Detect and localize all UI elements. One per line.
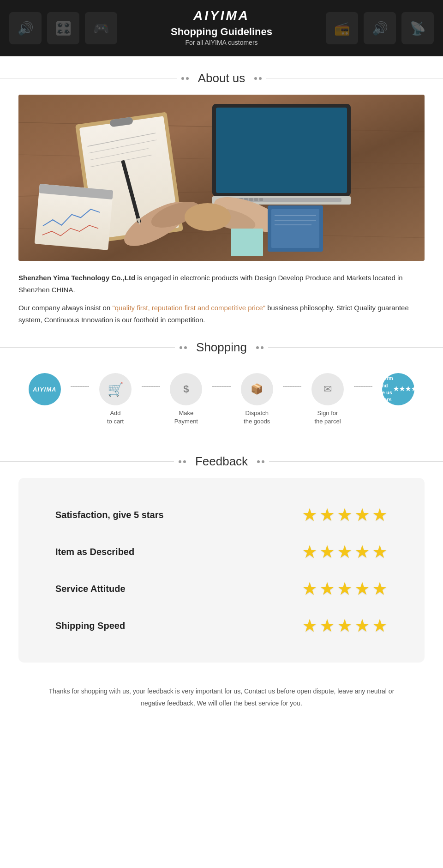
feedback-label-shipping: Shipping Speed [55,621,125,631]
star-2: ★ [319,579,335,599]
star-5: ★ [372,505,388,525]
stars-satisfaction: ★ ★ ★ ★ ★ [302,505,388,525]
about-text-block: Shenzhen Yima Technology Co.,Ltd is enga… [18,272,425,326]
star-5: ★ [372,615,388,636]
star-4: ★ [354,505,370,525]
step-confirm: Confirm andgive us 5 stars★★★★★ [372,373,425,409]
step-connector-1 [71,373,89,387]
step-dispatch: 📦 Dispatchthe goods [231,373,283,426]
feedback-row-service: Service Attitude ★ ★ ★ ★ ★ [55,570,388,607]
star-3: ★ [337,542,353,562]
brand-name: AIYIMA [9,8,434,23]
feedback-label-described: Item as Described [55,547,134,557]
about-paragraph2-prefix: Our company always insist on [18,304,112,312]
feedback-row-satisfaction: Satisfaction, give 5 stars ★ ★ ★ ★ ★ [55,496,388,533]
star-5: ★ [372,542,388,562]
step-sign-circle: ✉ [311,373,344,405]
about-quote: "quality first, reputation first and com… [112,304,265,312]
about-image [18,95,425,261]
star-3: ★ [337,505,353,525]
star-2: ★ [319,505,335,525]
about-section-divider: About us [0,71,443,85]
step-payment-circle: $ [170,373,202,405]
header: 🔊 🎛️ 🎮 📻 🔊 📡 AIYIMA Shopping Guidelines … [0,0,443,56]
feedback-card: Satisfaction, give 5 stars ★ ★ ★ ★ ★ Ite… [18,478,425,663]
star-1: ★ [302,542,317,562]
star-4: ★ [354,615,370,636]
star-4: ★ [354,579,370,599]
star-3: ★ [337,615,353,636]
star-5: ★ [372,579,388,599]
feedback-label-service: Service Attitude [55,584,126,594]
step-cart-label: Addto cart [107,409,124,426]
feedback-row-described: Item as Described ★ ★ ★ ★ ★ [55,533,388,570]
shopping-section-title: Shopping [192,340,251,355]
step-payment: $ MakePayment [160,373,212,426]
feedback-label-satisfaction: Satisfaction, give 5 stars [55,510,164,520]
step-connector-3 [212,373,231,387]
stars-described: ★ ★ ★ ★ ★ [302,542,388,562]
shopping-steps: AIYIMA 🛒 Addto cart $ MakePayment 📦 Disp… [0,364,443,440]
header-title: Shopping Guidelines [9,26,434,38]
step-connector-5 [354,373,372,387]
star-3: ★ [337,579,353,599]
step-cart: 🛒 Addto cart [89,373,141,426]
step-connector-2 [142,373,160,387]
svg-rect-32 [271,209,319,248]
svg-rect-7 [216,108,347,193]
step-confirm-circle: Confirm andgive us 5 stars★★★★★ [382,373,414,405]
feedback-section-divider: Feedback [0,454,443,469]
svg-point-29 [185,203,231,231]
step-dispatch-label: Dispatchthe goods [244,409,270,426]
step-payment-label: MakePayment [174,409,198,426]
star-1: ★ [302,505,317,525]
svg-rect-15 [249,198,253,201]
star-4: ★ [354,542,370,562]
star-1: ★ [302,579,317,599]
star-2: ★ [319,615,335,636]
step-aiyima: AIYIMA [18,373,71,409]
star-2: ★ [319,542,335,562]
stars-shipping: ★ ★ ★ ★ ★ [302,615,388,636]
svg-rect-16 [254,198,258,201]
svg-rect-17 [259,198,263,201]
shopping-section-divider: Shopping [0,340,443,355]
company-name: Shenzhen Yima Technology Co.,Ltd [18,274,135,282]
feedback-section-title: Feedback [191,454,252,469]
step-sign-label: Sign forthe parcel [314,409,341,426]
svg-rect-30 [231,229,263,256]
star-1: ★ [302,615,317,636]
header-subtitle: For all AIYIMA customers [9,39,434,46]
step-aiyima-circle: AIYIMA [29,373,61,405]
stars-service: ★ ★ ★ ★ ★ [302,579,388,599]
feedback-row-shipping: Shipping Speed ★ ★ ★ ★ ★ [55,607,388,644]
step-connector-4 [283,373,301,387]
about-section-title: About us [193,71,250,85]
step-dispatch-circle: 📦 [241,373,273,405]
step-sign: ✉ Sign forthe parcel [301,373,353,426]
footer-text: Thanks for shopping with us, your feedba… [0,676,443,727]
step-cart-circle: 🛒 [99,373,132,405]
